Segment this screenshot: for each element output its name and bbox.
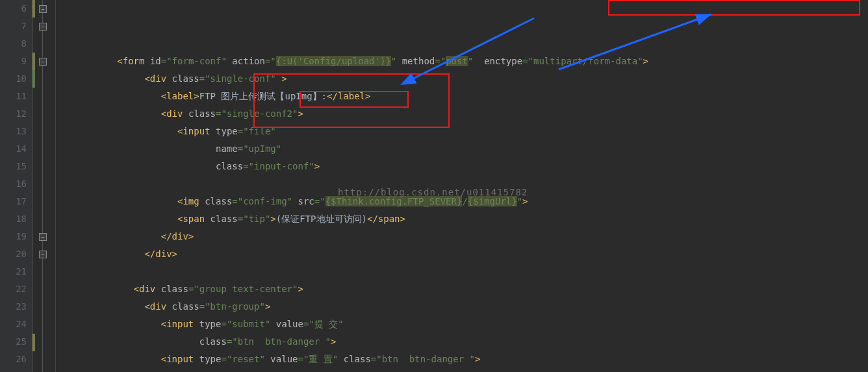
line-number: 18 [0,210,27,228]
fold-toggle-icon[interactable]: − [39,23,47,31]
fold-column[interactable]: − − − − − [36,0,56,372]
code-line[interactable]: <div class="single-conf" > [62,70,648,88]
code-token [194,354,199,364]
code-token: <input [177,126,211,136]
code-line[interactable]: <input type="file" [62,123,648,140]
code-area[interactable]: <form id="form-conf" action="{:U('Config… [56,0,648,372]
code-token: <input [161,319,194,329]
code-token: " [259,301,264,312]
line-number: 14 [0,140,27,158]
code-line[interactable]: <span class="tip">(保证FTP地址可访问)</span> [62,210,648,228]
code-token: upImg [249,143,276,154]
code-line[interactable]: <img class="conf-img" src="{$Think.confi… [62,193,648,210]
fold-toggle-icon[interactable]: − [39,58,47,66]
code-token: " [517,196,522,206]
code-line[interactable]: class="input-conf"> [62,158,648,175]
code-token: post [446,56,468,66]
code-token: enctype [484,56,522,66]
line-number: 21 [0,263,27,280]
code-token: {:U('Config/ [276,56,342,66]
code-token: form-conf [172,56,222,66]
code-line[interactable]: <input type="submit" value="提 交" [62,316,648,333]
code-token: multipart/form-data [533,56,637,66]
code-line[interactable]: name="upImg" [62,140,648,158]
code-line[interactable]: <div class="single-conf2"> [62,105,648,123]
line-number: 13 [0,123,27,140]
code-token [144,56,149,66]
code-token: class [211,214,238,224]
code-token: <div [144,73,166,84]
code-token: conf-img [243,196,287,206]
code-token: > [298,108,303,119]
fold-toggle-icon[interactable]: − [39,251,47,258]
code-token: <label> [161,91,199,101]
code-line[interactable]: class="btn btn-danger "> [62,333,648,351]
code-line[interactable]: <div class="btn-group"> [62,298,648,316]
line-number: 19 [0,228,27,245]
line-number: 22 [0,280,27,298]
fold-toggle-icon[interactable]: − [39,5,47,13]
code-editor[interactable]: 6 7 8 9 10 11 12 13 14 15 16 17 18 19 20… [0,0,868,372]
code-token: </label> [327,91,370,101]
code-token [199,196,205,206]
code-token: =" [303,319,314,329]
code-line[interactable] [62,263,648,280]
code-line[interactable]: <label>FTP 图片上传测试【upImg】:</label> [62,88,648,105]
code-token: =" [199,301,211,312]
code-token: <form [117,56,144,66]
code-token [155,284,160,294]
code-token [205,214,210,224]
code-token [183,108,188,119]
code-token: =" [216,108,227,119]
code-token [292,196,298,206]
line-number: 15 [0,158,27,175]
code-token: > [276,73,287,84]
line-number: 23 [0,298,27,316]
code-token: (保证FTP地址可访问) [276,214,367,224]
code-token: </span> [367,214,405,224]
code-token: group text-center [199,284,292,294]
fold-toggle-icon[interactable]: − [39,233,47,241]
code-token: type [199,319,222,329]
code-token: </div> [144,249,177,259]
code-line[interactable]: </div> [62,368,648,372]
code-token: class [188,108,216,119]
code-token: =" [221,354,232,364]
code-token: FTP 图片上传测试【upImg】: [199,91,327,101]
code-token: ')} [375,56,391,66]
code-line[interactable]: </div> [62,228,648,245]
line-number: 9 [0,53,27,70]
code-token [338,354,343,364]
line-number: 11 [0,88,27,105]
code-token: > [522,196,528,206]
code-token: action [232,56,265,66]
code-line[interactable]: <div class="group text-center"> [62,280,648,298]
code-token: > [298,284,303,294]
code-line[interactable]: </div> [62,245,648,263]
code-token: class [161,284,188,294]
code-token: " [287,196,292,206]
line-number: 10 [0,70,27,88]
code-token: 重 置 [309,354,332,364]
code-token: =" [298,354,309,364]
code-token: class [172,301,199,312]
code-token: =" [243,161,254,171]
code-token: btn-group [211,301,260,312]
code-token: type [216,126,238,136]
code-token: > [270,214,275,224]
line-number: 12 [0,105,27,123]
code-token: btn btn-danger [382,354,470,364]
code-token: " [326,336,331,347]
code-line[interactable] [62,175,648,193]
code-token: =" [227,336,238,347]
code-token: <div [134,284,156,294]
code-token: submit [232,319,265,329]
code-token: {$imgUrl} [468,196,517,206]
code-line[interactable]: <form id="form-conf" action="{:U('Config… [62,53,648,70]
code-line[interactable]: <input type="reset" value="重 置" class="b… [62,351,648,368]
code-token: </div> [161,231,194,242]
code-token: upload [342,56,375,66]
code-token: " [259,354,264,364]
code-token: =" [265,56,276,66]
line-number: 26 [0,351,27,368]
